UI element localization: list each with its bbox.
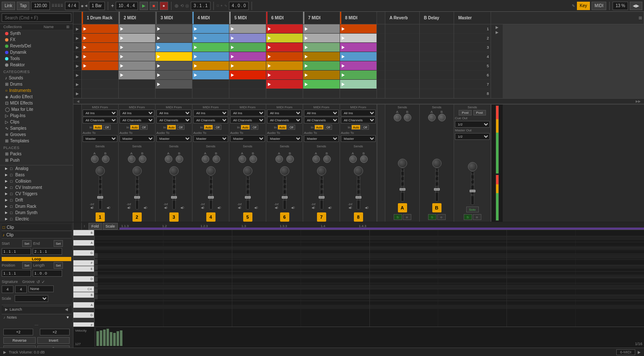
return-b-5[interactable] bbox=[420, 61, 454, 71]
clip-7-1[interactable] bbox=[303, 24, 340, 34]
clip-2-7[interactable] bbox=[119, 80, 155, 89]
key-f3[interactable]: F bbox=[73, 322, 94, 327]
send-a-knob-4[interactable] bbox=[202, 155, 209, 163]
clip-8-8[interactable] bbox=[340, 89, 377, 98]
midi-note-5[interactable] bbox=[94, 277, 98, 282]
track-num-btn-6[interactable]: 6 bbox=[280, 212, 289, 222]
audio-to-select-8[interactable]: Master bbox=[341, 135, 376, 142]
clip-6-4[interactable] bbox=[266, 52, 303, 61]
return-b-solo[interactable]: S bbox=[428, 214, 436, 220]
return-b-send-b[interactable] bbox=[438, 114, 446, 121]
clip-4-4[interactable] bbox=[192, 52, 229, 61]
channel-select-1[interactable]: All Channels bbox=[83, 117, 117, 123]
pan-knob-1[interactable] bbox=[96, 166, 105, 175]
return-a-4[interactable] bbox=[385, 52, 419, 61]
cat-audio-effect[interactable]: ◈Audio Effect bbox=[0, 94, 73, 100]
fader-1[interactable]: 1224364860 bbox=[99, 176, 102, 209]
clip-7-7[interactable] bbox=[303, 80, 340, 89]
cat-max-for-lite[interactable]: ◯Max for Lite bbox=[0, 106, 73, 113]
clip-2-6[interactable] bbox=[119, 71, 155, 80]
return-b-3[interactable] bbox=[420, 43, 454, 52]
return-b-pan[interactable] bbox=[432, 159, 441, 168]
return-b-8[interactable] bbox=[420, 89, 454, 98]
cat-templates[interactable]: ⊞Templates bbox=[0, 138, 73, 144]
clip-2-5[interactable] bbox=[119, 61, 155, 71]
send-a-knob-6[interactable] bbox=[275, 155, 283, 163]
master-slot-8[interactable]: 8 bbox=[454, 89, 491, 98]
audio-to-select-5[interactable]: Master bbox=[230, 135, 265, 142]
clip-8-1[interactable] bbox=[340, 24, 377, 34]
clip-7-8[interactable] bbox=[303, 89, 340, 98]
clip-2-2[interactable] bbox=[119, 34, 155, 43]
return-b-1[interactable] bbox=[420, 24, 454, 34]
midi-note-7[interactable] bbox=[94, 288, 98, 293]
clip-8-6[interactable] bbox=[340, 71, 377, 80]
clip-5-3[interactable] bbox=[229, 43, 266, 52]
clip-1-4[interactable] bbox=[82, 52, 118, 61]
midi-from-select-7[interactable]: All Ins bbox=[304, 110, 339, 116]
monitor-auto-4[interactable]: Auto bbox=[204, 125, 213, 130]
midi-note-3[interactable] bbox=[94, 265, 98, 270]
monitor-off-7[interactable]: Off bbox=[325, 125, 332, 130]
monitor-off-5[interactable]: Off bbox=[251, 125, 258, 130]
cat-midi-effects[interactable]: ⊡MIDI Effects bbox=[0, 100, 73, 106]
key-g4[interactable]: G bbox=[73, 250, 94, 256]
fold-btn[interactable]: Fold bbox=[88, 223, 102, 230]
master-solo[interactable]: Solo bbox=[466, 207, 479, 212]
clip-6-3[interactable] bbox=[266, 43, 303, 52]
audio-to-select-3[interactable]: Master bbox=[156, 135, 191, 142]
browser-cv-instrument[interactable]: ▶□CV Instrument bbox=[0, 184, 73, 191]
clip-3-4[interactable] bbox=[156, 52, 192, 61]
key-d4[interactable]: D bbox=[73, 276, 94, 282]
scale-btn[interactable]: Scale bbox=[103, 223, 118, 230]
key-ab3[interactable] bbox=[73, 308, 94, 312]
pan-knob-6[interactable] bbox=[280, 166, 289, 175]
master-slot-3[interactable]: 3 bbox=[454, 43, 491, 52]
monitor-auto-6[interactable]: Auto bbox=[278, 125, 287, 130]
browser-electric[interactable]: ▶□Electric bbox=[0, 216, 73, 222]
monitor-auto-2[interactable]: Auto bbox=[130, 125, 139, 130]
track-num-btn-2[interactable]: 2 bbox=[132, 212, 142, 222]
cat-sounds[interactable]: ♪Sounds bbox=[0, 75, 73, 81]
clip-6-2[interactable] bbox=[266, 34, 303, 43]
track-header-7[interactable]: 7 MIDI bbox=[303, 12, 340, 24]
note-grid[interactable] bbox=[94, 230, 644, 327]
track-num-btn-3[interactable]: 3 bbox=[169, 212, 179, 222]
return-b-4[interactable] bbox=[420, 52, 454, 61]
fader-6[interactable]: 1224364860 bbox=[283, 176, 286, 209]
return-a-solo[interactable]: S bbox=[394, 214, 402, 220]
track-num-btn-4[interactable]: 4 bbox=[206, 212, 216, 222]
monitor-auto-1[interactable]: Auto bbox=[93, 125, 102, 130]
clip-3-3[interactable] bbox=[156, 43, 192, 52]
clip-8-2[interactable] bbox=[340, 34, 377, 43]
clip-1-5[interactable] bbox=[82, 61, 118, 71]
clip-3-6[interactable] bbox=[156, 71, 192, 80]
return-b-send-a[interactable] bbox=[428, 114, 436, 121]
audio-to-select-2[interactable]: Master bbox=[119, 135, 154, 142]
clip-3-1[interactable] bbox=[156, 24, 192, 34]
track-header-8[interactable]: 8 MIDI bbox=[340, 12, 377, 24]
send-b-knob-6[interactable] bbox=[286, 155, 294, 163]
browser-collision[interactable]: ▶□Collision bbox=[0, 178, 73, 184]
midi-note-4[interactable] bbox=[94, 271, 98, 276]
invert-btn[interactable]: Invert bbox=[37, 337, 70, 344]
fader-2[interactable]: 1224364860 bbox=[135, 176, 139, 209]
post-btn-2[interactable]: Post bbox=[473, 110, 486, 115]
send-a-knob-7[interactable] bbox=[312, 155, 320, 163]
loop-bar[interactable]: Loop bbox=[2, 257, 71, 261]
clip-2-3[interactable] bbox=[119, 43, 155, 52]
clip-6-1[interactable] bbox=[266, 24, 303, 34]
scale-select[interactable] bbox=[15, 295, 48, 302]
monitor-auto-8[interactable]: Auto bbox=[351, 125, 361, 130]
link-button[interactable]: Link bbox=[2, 2, 15, 10]
send-a-knob-2[interactable] bbox=[128, 155, 135, 163]
clip-1-1[interactable] bbox=[82, 24, 118, 34]
key-a3[interactable]: A bbox=[73, 302, 94, 308]
vel-bar-2[interactable] bbox=[100, 330, 102, 346]
channel-select-6[interactable]: All Channels bbox=[267, 117, 302, 123]
vel-bar-4[interactable] bbox=[106, 329, 109, 346]
sig-den-input[interactable] bbox=[15, 285, 27, 293]
play-button[interactable]: ▶ bbox=[140, 2, 148, 10]
vel-bar-6[interactable] bbox=[113, 333, 116, 346]
return-a-act[interactable]: ○ bbox=[403, 214, 411, 220]
